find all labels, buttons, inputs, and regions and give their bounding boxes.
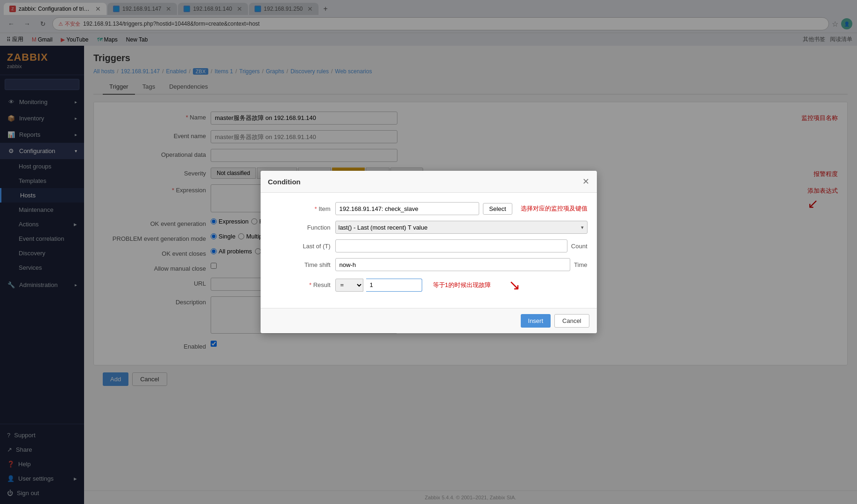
modal-title: Condition bbox=[268, 178, 301, 186]
modal-item-label: Item bbox=[270, 205, 331, 212]
condition-modal: Condition ✕ Item Select 选择对应的监控项及键值 Func… bbox=[261, 171, 597, 333]
modal-function-row: Function last() - Last (most recent) T v… bbox=[270, 221, 588, 234]
modal-item-input[interactable] bbox=[335, 202, 480, 215]
annotation-fault-condition: 等于1的时候出现故障 bbox=[433, 281, 491, 289]
modal-cancel-button[interactable]: Cancel bbox=[554, 314, 589, 328]
result-operator-select[interactable]: = != < > bbox=[335, 279, 363, 292]
modal-close-button[interactable]: ✕ bbox=[582, 176, 589, 187]
modal-item-row: Item Select 选择对应的监控项及键值 bbox=[270, 202, 588, 215]
annotation-select-item: 选择对应的监控项及键值 bbox=[521, 204, 588, 213]
modal-insert-button[interactable]: Insert bbox=[521, 314, 551, 328]
modal-time-label: Time bbox=[574, 261, 587, 268]
modal-last-row: Last of (T) Count bbox=[270, 239, 588, 252]
modal-function-label: Function bbox=[270, 224, 331, 231]
modal-item-control: Select 选择对应的监控项及键值 bbox=[335, 202, 588, 215]
modal-timeshift-row: Time shift Time bbox=[270, 258, 588, 271]
modal-last-input[interactable] bbox=[335, 239, 567, 252]
modal-timeshift-input[interactable] bbox=[335, 258, 571, 271]
modal-result-control: = != < > 等于1的时候出现故障 ↘ bbox=[335, 277, 588, 293]
modal-timeshift-control: Time bbox=[335, 258, 588, 271]
modal-timeshift-label: Time shift bbox=[270, 261, 331, 268]
modal-select-button[interactable]: Select bbox=[483, 203, 512, 215]
modal-header: Condition ✕ bbox=[261, 171, 597, 193]
modal-result-row: Result = != < > 等于1的时候出现故障 ↘ bbox=[270, 277, 588, 293]
modal-function-control: last() - Last (most recent) T value bbox=[335, 221, 588, 234]
result-arrow: ↘ bbox=[509, 277, 520, 293]
result-group: = != < > bbox=[335, 279, 422, 292]
modal-result-label: Result bbox=[270, 281, 331, 288]
modal-overlay[interactable]: Condition ✕ Item Select 选择对应的监控项及键值 Func… bbox=[0, 0, 857, 504]
modal-function-select-wrap: last() - Last (most recent) T value bbox=[335, 221, 588, 234]
modal-last-label: Last of (T) bbox=[270, 243, 331, 250]
result-value-input[interactable] bbox=[366, 279, 422, 292]
modal-function-select[interactable]: last() - Last (most recent) T value bbox=[335, 221, 588, 234]
modal-body: Item Select 选择对应的监控项及键值 Function last() … bbox=[261, 193, 597, 308]
modal-last-control: Count bbox=[335, 239, 588, 252]
modal-footer: Insert Cancel bbox=[261, 308, 597, 333]
modal-last-count: Count bbox=[571, 243, 588, 250]
